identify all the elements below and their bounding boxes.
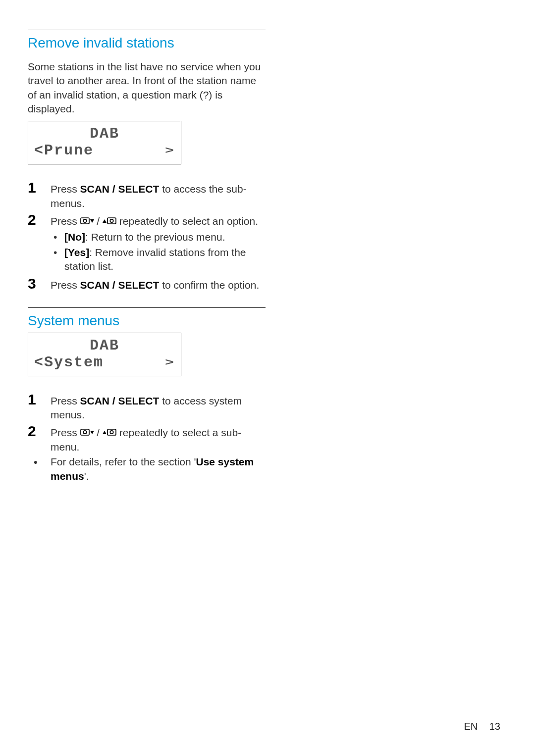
step-number: 3 (28, 275, 51, 292)
page-footer: EN 13 (464, 721, 500, 732)
heading-remove-invalid: Remove invalid stations (28, 35, 266, 51)
steps-remove-invalid: 1 Press SCAN / SELECT to access the sub-… (28, 179, 266, 292)
nav-up-icon (103, 217, 116, 226)
option-yes: [Yes]: Remove invalid stations from the … (51, 246, 266, 274)
note-details: For details, refer to the section 'Use s… (28, 455, 266, 483)
lcd-line1: DAB (34, 337, 175, 354)
step-text: Press SCAN / SELECT to access the sub-me… (51, 179, 266, 210)
svg-rect-0 (81, 218, 89, 224)
step-number: 2 (28, 211, 51, 228)
step-number: 1 (28, 179, 51, 196)
key-scan-select: SCAN / SELECT (80, 279, 160, 291)
svg-point-5 (83, 431, 86, 434)
nav-down-icon (80, 429, 94, 438)
lcd-line2: <System > (34, 354, 175, 371)
step-2: 2 Press / repeatedly to select a sub-men… (28, 423, 266, 454)
nav-up-icon (103, 429, 116, 438)
step-1: 1 Press SCAN / SELECT to access the sub-… (28, 179, 266, 210)
section-divider (28, 30, 266, 30)
lcd-menu-text: <Prune (34, 142, 94, 159)
section-divider (28, 307, 266, 308)
lcd-line1: DAB (34, 125, 175, 142)
svg-point-3 (110, 219, 113, 222)
lcd-menu-text: <System (34, 354, 104, 371)
lcd-arrow-icon: > (165, 145, 175, 156)
step-number: 1 (28, 391, 51, 407)
intro-paragraph: Some stations in the list have no servic… (28, 60, 266, 116)
step-1: 1 Press SCAN / SELECT to access system m… (28, 391, 266, 422)
nav-down-icon (80, 217, 94, 226)
lcd-display-prune: DAB <Prune > (28, 121, 181, 164)
footer-page-number: 13 (489, 721, 500, 732)
lcd-display-system: DAB <System > (28, 333, 181, 376)
step-2: 2 Press / repeatedly to select an option… (28, 211, 266, 274)
lcd-line2: <Prune > (34, 142, 175, 159)
step-text: Press / repeatedly to select an option. … (51, 211, 266, 274)
step-text: Press SCAN / SELECT to access system men… (51, 391, 266, 422)
svg-point-1 (83, 219, 86, 222)
key-scan-select: SCAN / SELECT (80, 183, 160, 195)
step-3: 3 Press SCAN / SELECT to confirm the opt… (28, 275, 266, 292)
step-number: 2 (28, 423, 51, 439)
option-no: [No]: Return to the previous menu. (51, 230, 266, 244)
svg-rect-4 (81, 429, 89, 435)
step-text: Press / repeatedly to select a sub-menu. (51, 423, 266, 454)
svg-point-7 (110, 431, 113, 434)
heading-system-menus: System menus (28, 313, 266, 329)
steps-system-menus: 1 Press SCAN / SELECT to access system m… (28, 391, 266, 454)
lcd-arrow-icon: > (165, 356, 175, 368)
footer-language: EN (464, 721, 478, 732)
content-column: Remove invalid stations Some stations in… (28, 30, 266, 483)
option-list: [No]: Return to the previous menu. [Yes]… (51, 230, 266, 273)
step-text: Press SCAN / SELECT to confirm the optio… (51, 275, 259, 292)
key-scan-select: SCAN / SELECT (80, 395, 160, 406)
svg-rect-6 (107, 429, 116, 435)
svg-rect-2 (107, 218, 116, 224)
